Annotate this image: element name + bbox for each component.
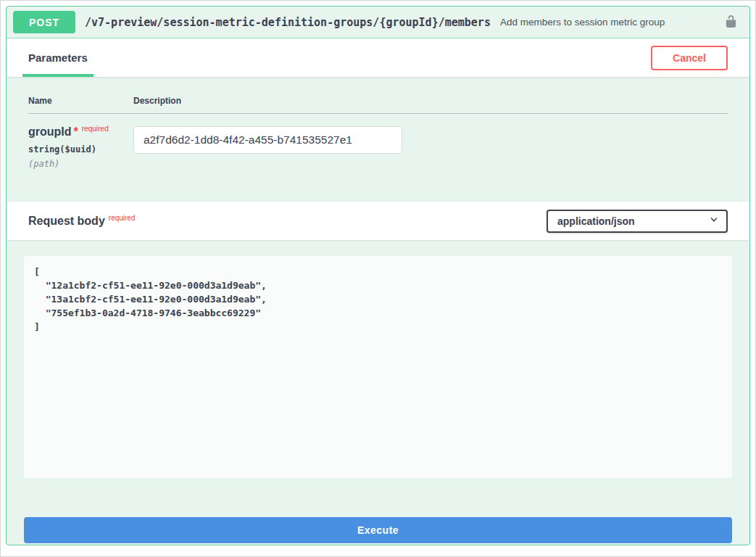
groupid-input[interactable]	[133, 126, 402, 154]
parameter-description-cell	[133, 125, 728, 169]
tab-parameters[interactable]: Parameters	[22, 38, 94, 77]
parameter-name-cell: groupId*required string($uuid) (path)	[28, 125, 133, 169]
cancel-button[interactable]: Cancel	[651, 46, 728, 70]
required-label: required	[82, 125, 109, 133]
column-header-name: Name	[28, 96, 133, 106]
required-asterisk: *	[74, 125, 78, 138]
post-method-badge: POST	[13, 11, 75, 33]
endpoint-summary: Add members to session metric group	[500, 17, 713, 28]
swagger-operation-panel: POST /v7-preview/session-metric-definiti…	[0, 0, 756, 557]
content-type-select[interactable]: application/json	[547, 210, 728, 233]
operation-summary[interactable]: POST /v7-preview/session-metric-definiti…	[7, 7, 749, 38]
endpoint-path: /v7-preview/session-metric-definition-gr…	[85, 16, 491, 29]
request-body-required-label: required	[109, 214, 136, 222]
parameters-table-header: Name Description	[28, 96, 728, 114]
request-body-label: Request body	[28, 215, 105, 227]
parameter-location: (path)	[28, 159, 133, 169]
request-body-textarea[interactable]: [ "12a1cbf2-cf51-ee11-92e0-000d3a1d9eab"…	[24, 256, 732, 478]
request-body-title: Request bodyrequired	[28, 214, 136, 228]
parameters-table: Name Description groupId*required string…	[7, 77, 749, 202]
chevron-down-icon	[709, 215, 719, 227]
request-body-header: Request bodyrequired application/json	[7, 202, 749, 240]
execute-button[interactable]: Execute	[24, 517, 732, 543]
content-type-value: application/json	[557, 215, 635, 227]
column-header-description: Description	[133, 96, 728, 106]
unlocked-padlock-icon	[724, 15, 738, 30]
section-tab-bar: Parameters Cancel	[7, 38, 749, 77]
parameter-name-text: groupId	[28, 125, 72, 138]
tab-parameters-label: Parameters	[28, 51, 88, 64]
parameter-row: groupId*required string($uuid) (path)	[28, 114, 728, 169]
request-body-editor: [ "12a1cbf2-cf51-ee11-92e0-000d3a1d9eab"…	[7, 240, 749, 478]
opblock-post: POST /v7-preview/session-metric-definiti…	[6, 6, 750, 545]
parameter-type: string($uuid)	[28, 144, 133, 154]
execute-row: Execute	[7, 517, 749, 543]
parameter-name: groupId*required	[28, 125, 133, 139]
auth-lock-button[interactable]	[723, 13, 739, 32]
